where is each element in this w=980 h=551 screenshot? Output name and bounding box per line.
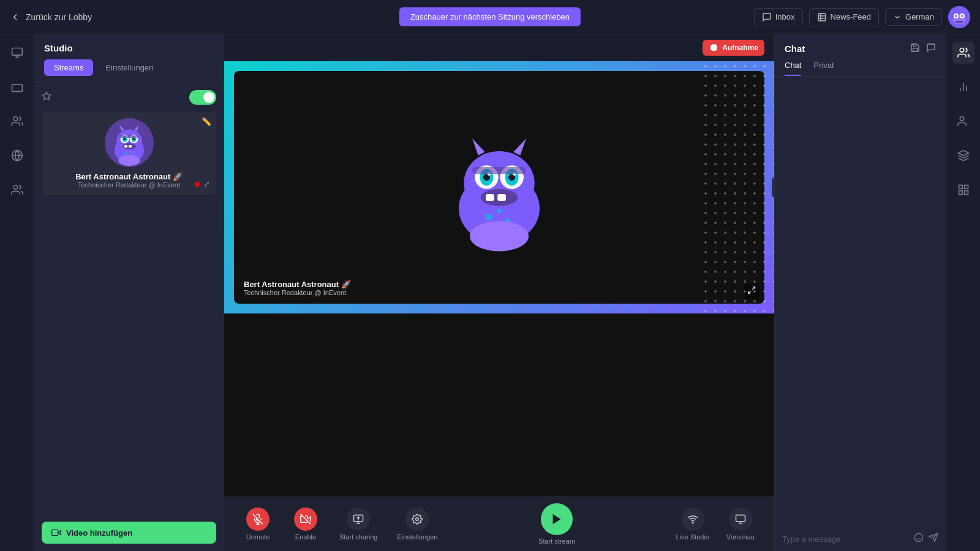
share-screen-icon — [353, 514, 364, 525]
newsfeed-label: News-Feed — [831, 12, 871, 21]
topbar-right: Inbox News-Feed German — [754, 6, 970, 28]
tab-settings[interactable]: Einstellungen — [96, 59, 163, 76]
svg-rect-73 — [736, 515, 745, 522]
language-button[interactable]: German — [885, 8, 942, 26]
ctrl-right: Live Studio Vorschau — [669, 504, 762, 544]
stream-toggle[interactable] — [189, 90, 216, 105]
preview-icon — [735, 514, 746, 525]
inbox-button[interactable]: Inbox — [754, 8, 803, 26]
inbox-icon — [762, 12, 772, 22]
enable-ctrl: Enable — [284, 504, 327, 544]
tab-streams[interactable]: Streams — [44, 59, 93, 76]
chevron-down-icon — [893, 13, 902, 21]
right-icon-layers[interactable] — [952, 144, 974, 167]
svg-marker-86 — [958, 151, 968, 156]
chat-save-icon[interactable] — [910, 43, 920, 54]
svg-rect-57 — [497, 194, 506, 201]
chat-input[interactable] — [782, 534, 909, 544]
svg-point-81 — [960, 48, 964, 53]
pin-icon[interactable] — [42, 91, 51, 103]
studio-body: ✏️ — [34, 83, 224, 522]
expand-icon[interactable]: ⤢ — [203, 179, 210, 189]
svg-rect-41 — [52, 530, 58, 535]
fullscreen-button[interactable] — [744, 283, 760, 299]
sidebar-item-globe[interactable] — [6, 144, 28, 167]
svg-rect-35 — [129, 145, 132, 148]
avatar-icon — [948, 6, 970, 28]
right-icon-people[interactable] — [952, 42, 974, 64]
sidebar-item-screen[interactable] — [6, 76, 28, 98]
participant-avatar — [105, 118, 154, 167]
video-player: Bert Astronaut Astronaut 🚀 Technischer R… — [234, 71, 764, 304]
right-sidebar — [946, 34, 980, 551]
video-label: Bert Astronaut Astronaut 🚀 Technischer R… — [244, 280, 351, 296]
chat-input-area — [775, 526, 946, 551]
sidebar-item-monitor[interactable] — [6, 42, 28, 64]
user-avatar[interactable] — [948, 6, 970, 28]
live-studio-icon-wrap — [681, 508, 704, 531]
edit-icon[interactable]: ✏️ — [202, 117, 211, 126]
settings-icon-wrap — [405, 508, 429, 531]
svg-rect-87 — [959, 186, 962, 189]
topbar: Zurück zur Lobby Zuschauer zur nächsten … — [0, 0, 980, 34]
right-icon-users2[interactable] — [952, 110, 974, 132]
chat-title: Chat — [785, 43, 936, 54]
svg-rect-34 — [124, 145, 127, 148]
settings-icon — [412, 514, 423, 525]
video-icon — [51, 528, 61, 538]
svg-line-62 — [752, 287, 755, 290]
svg-marker-23 — [134, 125, 139, 131]
transfer-button[interactable]: Zuschauer zur nächsten Sitzung verschieb… — [399, 7, 581, 26]
arrow-right-button[interactable] — [772, 178, 774, 197]
participant-card: ✏️ — [42, 112, 216, 195]
tab-chat[interactable]: Chat — [785, 61, 801, 76]
enable-button[interactable]: Enable — [284, 504, 327, 544]
right-icon-grid[interactable] — [952, 179, 974, 201]
send-icon[interactable] — [929, 533, 938, 545]
main-layout: Studio Streams Einstellungen ✏️ — [0, 34, 980, 551]
tab-private[interactable]: Privat — [813, 61, 834, 76]
studio-title: Studio — [44, 43, 214, 53]
svg-marker-71 — [553, 514, 561, 525]
svg-marker-22 — [119, 125, 124, 131]
newsfeed-button[interactable]: News-Feed — [809, 8, 879, 26]
chat-panel: Chat Chat Privat — [774, 34, 946, 551]
studio-header: Studio Streams Einstellungen — [34, 34, 224, 83]
chat-tabs: Chat Privat — [785, 61, 936, 76]
svg-marker-40 — [58, 531, 61, 535]
chat-expand-icon[interactable] — [926, 43, 936, 54]
sidebar-item-users[interactable] — [6, 110, 28, 132]
recording-indicator — [195, 182, 200, 187]
play-icon — [550, 512, 564, 526]
back-button[interactable]: Zurück zur Lobby — [10, 12, 92, 23]
right-icon-chart[interactable] — [952, 76, 974, 98]
participant-actions: ⤢ — [195, 179, 210, 189]
newsfeed-icon — [817, 12, 827, 22]
arrow-left-icon — [10, 12, 21, 23]
start-stream-button[interactable] — [541, 503, 573, 535]
preview-icon-wrap — [729, 508, 752, 531]
preview-button[interactable]: Vorschau — [719, 504, 762, 544]
svg-rect-11 — [12, 48, 22, 56]
live-studio-button[interactable]: Live Studio — [669, 504, 717, 544]
svg-point-9 — [961, 15, 963, 17]
settings-button[interactable]: Einstellungen — [390, 504, 445, 544]
chat-header: Chat Chat Privat — [775, 34, 946, 77]
emoji-icon[interactable] — [914, 533, 924, 545]
sidebar-item-group[interactable] — [6, 179, 28, 201]
svg-point-72 — [692, 522, 693, 523]
unmute-button[interactable]: Unmute — [236, 504, 279, 544]
fullscreen-icon — [747, 286, 756, 294]
chat-body — [775, 77, 946, 526]
svg-marker-45 — [513, 138, 526, 156]
svg-rect-14 — [12, 84, 22, 92]
svg-point-70 — [416, 518, 419, 521]
start-sharing-button[interactable]: Start sharing — [332, 504, 385, 544]
center-area: ⏺ Aufnahme — [224, 34, 774, 551]
video-background: Bert Astronaut Astronaut 🚀 Technischer R… — [224, 61, 774, 313]
add-video-button[interactable]: Video hinzufügen — [42, 522, 216, 544]
svg-point-61 — [470, 221, 529, 252]
svg-rect-10 — [956, 21, 963, 23]
ctrl-left: Unmute Enable — [236, 504, 445, 544]
svg-rect-0 — [818, 13, 826, 21]
